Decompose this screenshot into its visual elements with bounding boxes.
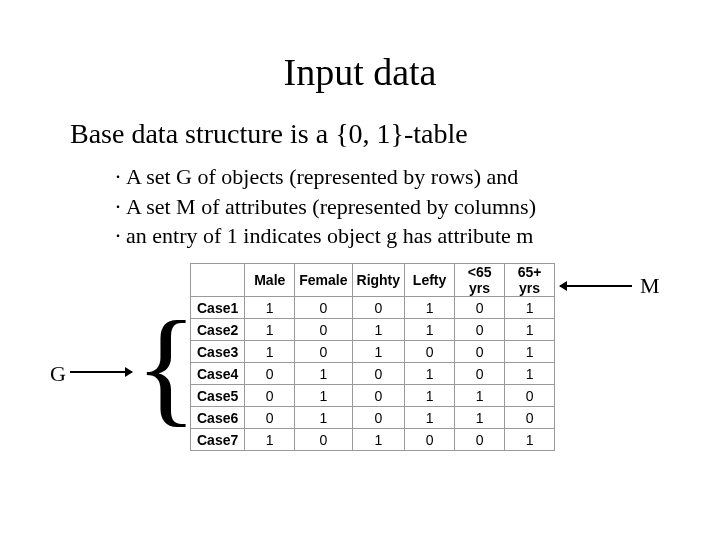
table-cell: 0 — [295, 319, 352, 341]
list-item: · A set M of attributes (represented by … — [110, 192, 660, 222]
brace-icon: { — [135, 301, 197, 431]
table-cell: 1 — [245, 319, 295, 341]
row-header: Case4 — [191, 363, 245, 385]
table-cell: 0 — [352, 407, 405, 429]
table-cell: 0 — [455, 319, 505, 341]
table-row: Case4010101 — [191, 363, 555, 385]
table-cell: 0 — [352, 363, 405, 385]
bullet-dot-icon: · — [110, 192, 126, 222]
bullet-text: A set G of objects (represented by rows)… — [126, 162, 518, 192]
table-cell: 1 — [505, 341, 555, 363]
bullet-text: an entry of 1 indicates object g has att… — [126, 221, 533, 251]
table-cell: 1 — [295, 385, 352, 407]
table-cell: 1 — [455, 385, 505, 407]
table-cell: 1 — [245, 429, 295, 451]
table-cell: 1 — [455, 407, 505, 429]
column-header: Righty — [352, 264, 405, 297]
bullet-list: · A set G of objects (represented by row… — [110, 162, 660, 251]
column-header: Female — [295, 264, 352, 297]
table-cell: 0 — [352, 297, 405, 319]
table-cell: 0 — [505, 407, 555, 429]
subtitle: Base data structure is a {0, 1}-table — [70, 118, 660, 150]
table-cell: 1 — [352, 319, 405, 341]
table-cell: 1 — [295, 363, 352, 385]
table-cell: 1 — [405, 319, 455, 341]
list-item: · A set G of objects (represented by row… — [110, 162, 660, 192]
table-cell: 0 — [245, 407, 295, 429]
bullet-text: A set M of attributes (represented by co… — [126, 192, 536, 222]
table-cell: 1 — [245, 341, 295, 363]
data-table: Male Female Righty Lefty <65 yrs 65+ yrs… — [190, 263, 555, 451]
table-cell: 1 — [405, 363, 455, 385]
row-header: Case2 — [191, 319, 245, 341]
table-row: Case7101001 — [191, 429, 555, 451]
table-cell: 1 — [505, 429, 555, 451]
page-title: Input data — [30, 50, 690, 94]
table-cell: 0 — [295, 429, 352, 451]
table-cell: 1 — [352, 429, 405, 451]
table-cell: 1 — [505, 297, 555, 319]
table-cell: 1 — [405, 297, 455, 319]
table-cell: 0 — [352, 385, 405, 407]
m-axis-label: M — [640, 273, 660, 299]
table-corner — [191, 264, 245, 297]
table-row: Case6010110 — [191, 407, 555, 429]
column-header: Lefty — [405, 264, 455, 297]
table-cell: 1 — [405, 385, 455, 407]
column-header: <65 yrs — [455, 264, 505, 297]
table-cell: 0 — [245, 385, 295, 407]
table-cell: 0 — [295, 297, 352, 319]
column-header: 65+ yrs — [505, 264, 555, 297]
table-cell: 1 — [505, 319, 555, 341]
table-cell: 1 — [405, 407, 455, 429]
arrow-left-icon — [560, 285, 632, 287]
row-header: Case7 — [191, 429, 245, 451]
table-row: Case3101001 — [191, 341, 555, 363]
table-cell: 0 — [455, 363, 505, 385]
row-header: Case3 — [191, 341, 245, 363]
table-row: Case1100101 — [191, 297, 555, 319]
table-cell: 1 — [505, 363, 555, 385]
table-cell: 0 — [455, 297, 505, 319]
table-cell: 0 — [455, 341, 505, 363]
table-cell: 0 — [405, 429, 455, 451]
column-header: Male — [245, 264, 295, 297]
bullet-dot-icon: · — [110, 162, 126, 192]
table-row: Case5010110 — [191, 385, 555, 407]
bullet-dot-icon: · — [110, 221, 126, 251]
table-cell: 0 — [455, 429, 505, 451]
row-header: Case1 — [191, 297, 245, 319]
table-cell: 0 — [505, 385, 555, 407]
table-row: Case2101101 — [191, 319, 555, 341]
table-cell: 1 — [245, 297, 295, 319]
row-header: Case6 — [191, 407, 245, 429]
table-cell: 0 — [295, 341, 352, 363]
table-cell: 0 — [245, 363, 295, 385]
arrow-right-icon — [70, 371, 132, 373]
row-header: Case5 — [191, 385, 245, 407]
table-cell: 1 — [295, 407, 352, 429]
table-cell: 0 — [405, 341, 455, 363]
list-item: · an entry of 1 indicates object g has a… — [110, 221, 660, 251]
g-axis-label: G — [50, 361, 66, 387]
table-cell: 1 — [352, 341, 405, 363]
